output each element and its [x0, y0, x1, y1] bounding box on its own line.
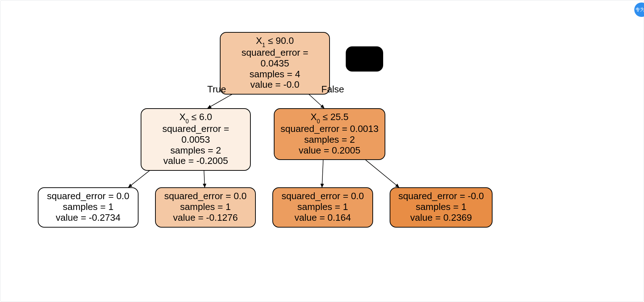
- node-value: value = 0.2369: [396, 212, 486, 223]
- tree-node-right: X0 ≤ 25.5 squared_error = 0.0013 samples…: [274, 108, 385, 160]
- tree-node-left: X0 ≤ 6.0 squared_error = 0.0053 samples …: [141, 108, 251, 171]
- node-condition: X0 ≤ 6.0: [147, 112, 244, 124]
- watermark-badge: 专为V: [634, 3, 644, 17]
- node-error: squared_error = 0.0: [279, 191, 367, 202]
- node-samples: samples = 4: [226, 69, 323, 80]
- node-value: value = -0.2005: [147, 156, 244, 166]
- branch-label-false: False: [321, 84, 344, 95]
- node-samples: samples = 1: [162, 202, 249, 212]
- node-value: value = 0.164: [279, 212, 367, 223]
- legend-box: [346, 46, 383, 72]
- diagram-canvas: X1 ≤ 90.0 squared_error = 0.0435 samples…: [0, 0, 644, 302]
- tree-leaf-rr: squared_error = -0.0 samples = 1 value =…: [390, 187, 493, 228]
- node-condition: X1 ≤ 90.0: [226, 36, 323, 47]
- node-samples: samples = 1: [279, 202, 367, 212]
- node-error: squared_error = -0.0: [396, 191, 486, 202]
- tree-leaf-lr: squared_error = 0.0 samples = 1 value = …: [155, 187, 256, 228]
- node-samples: samples = 2: [147, 145, 244, 156]
- tree-leaf-ll: squared_error = 0.0 samples = 1 value = …: [38, 187, 139, 228]
- node-error: squared_error = 0.0435: [226, 47, 323, 69]
- node-value: value = 0.2005: [280, 145, 379, 156]
- node-error: squared_error = 0.0: [44, 191, 132, 202]
- node-error: squared_error = 0.0013: [280, 124, 379, 134]
- node-value: value = -0.1276: [162, 212, 249, 223]
- node-samples: samples = 1: [396, 202, 486, 212]
- node-error: squared_error = 0.0053: [147, 124, 244, 145]
- node-samples: samples = 2: [280, 134, 379, 145]
- tree-node-root: X1 ≤ 90.0 squared_error = 0.0435 samples…: [220, 32, 330, 95]
- tree-leaf-rl: squared_error = 0.0 samples = 1 value = …: [272, 187, 373, 228]
- node-samples: samples = 1: [44, 202, 132, 212]
- node-error: squared_error = 0.0: [162, 191, 249, 202]
- branch-label-true: True: [207, 84, 226, 95]
- node-value: value = -0.2734: [44, 212, 132, 223]
- node-condition: X0 ≤ 25.5: [280, 112, 379, 124]
- node-value: value = -0.0: [226, 79, 323, 90]
